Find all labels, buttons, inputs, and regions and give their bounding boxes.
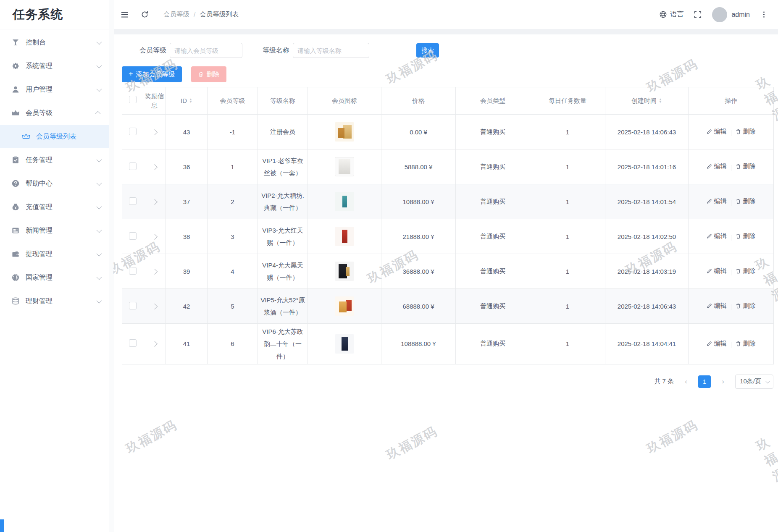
fullscreen-icon[interactable] bbox=[694, 10, 702, 19]
delete-button[interactable]: 删除 bbox=[736, 302, 756, 310]
sort-icons[interactable]: ▲▼ bbox=[189, 98, 192, 103]
cell-id: 42 bbox=[166, 289, 208, 324]
row-checkbox[interactable] bbox=[129, 339, 137, 347]
cell-level-name: VIP3-允大红天赐（一件） bbox=[258, 219, 308, 254]
prev-page-button[interactable]: ‹ bbox=[680, 375, 692, 388]
expand-row-icon[interactable] bbox=[151, 164, 157, 170]
cell-member-level: 4 bbox=[208, 254, 258, 289]
action-divider bbox=[731, 130, 731, 136]
product-image bbox=[335, 192, 354, 211]
cell-price: 68888.00 ¥ bbox=[381, 289, 456, 324]
edit-button[interactable]: 编辑 bbox=[707, 197, 727, 205]
column-reward-info: 奖励信息 bbox=[143, 87, 166, 115]
sidebar-item-label: 提现管理 bbox=[26, 250, 53, 259]
cell-daily-count: 1 bbox=[530, 219, 605, 254]
bulk-delete-button[interactable]: 删除 bbox=[191, 66, 226, 82]
sidebar-item-withdraw[interactable]: 提现管理 bbox=[0, 242, 109, 266]
globe-language-icon bbox=[659, 10, 667, 18]
column-id[interactable]: ID▲▼ bbox=[166, 87, 208, 115]
page-size-select[interactable]: 10条/页 bbox=[735, 375, 773, 389]
add-member-level-button[interactable]: + 添加会员等级 bbox=[122, 66, 182, 82]
delete-button[interactable]: 删除 bbox=[736, 232, 756, 240]
row-checkbox[interactable] bbox=[129, 267, 137, 275]
console-icon bbox=[11, 38, 20, 47]
row-checkbox[interactable] bbox=[129, 302, 137, 309]
level-name-input[interactable] bbox=[293, 43, 369, 58]
expand-row-icon[interactable] bbox=[151, 233, 157, 239]
table-row: 42 5 VIP5-允大52°原浆酒（一件） 68888.00 ¥ 普通购买 1… bbox=[122, 289, 774, 324]
expand-row-icon[interactable] bbox=[151, 129, 157, 135]
delete-button[interactable]: 删除 bbox=[736, 197, 756, 205]
chevron-down-icon bbox=[97, 157, 102, 162]
clipboard-icon bbox=[11, 156, 20, 164]
user-menu[interactable]: admin bbox=[712, 7, 750, 22]
level-name-filter-label: 等级名称 bbox=[263, 46, 289, 55]
sidebar-item-users[interactable]: 用户管理 bbox=[0, 78, 109, 101]
search-button[interactable]: 搜索 bbox=[416, 43, 439, 58]
chevron-down-icon bbox=[97, 298, 102, 303]
sidebar-item-news[interactable]: 新闻管理 bbox=[0, 219, 109, 242]
expand-row-icon[interactable] bbox=[151, 303, 157, 309]
sidebar-item-country[interactable]: 国家管理 bbox=[0, 266, 109, 289]
cell-created-time: 2025-02-18 14:01:54 bbox=[605, 184, 689, 219]
expand-row-icon[interactable] bbox=[151, 199, 157, 204]
language-switcher[interactable]: 语言 bbox=[659, 10, 683, 19]
app-title: 任务系统 bbox=[0, 0, 109, 29]
delete-button[interactable]: 删除 bbox=[736, 340, 756, 348]
table-body: 43 -1 注册会员 0.00 ¥ 普通购买 1 2025-02-18 14:0… bbox=[122, 115, 774, 364]
page-1-button[interactable]: 1 bbox=[698, 375, 711, 388]
sidebar-menu: 控制台 系统管理 用户管理 会员等级 会员等级列表 任务管理 bbox=[0, 29, 109, 313]
breadcrumb-member-level[interactable]: 会员等级 bbox=[163, 10, 189, 19]
edit-button[interactable]: 编辑 bbox=[707, 162, 727, 170]
cell-created-time: 2025-02-18 14:02:50 bbox=[605, 219, 689, 254]
sidebar-item-recharge[interactable]: 充值管理 bbox=[0, 195, 109, 219]
cell-member-level: 1 bbox=[208, 149, 258, 184]
row-checkbox[interactable] bbox=[129, 197, 137, 205]
gear-icon bbox=[11, 62, 20, 70]
select-all-checkbox[interactable] bbox=[129, 96, 137, 103]
row-checkbox[interactable] bbox=[129, 162, 137, 170]
edit-button[interactable]: 编辑 bbox=[707, 232, 727, 240]
hamburger-menu-icon[interactable] bbox=[120, 10, 129, 19]
trash-icon bbox=[736, 341, 741, 346]
next-page-button[interactable]: › bbox=[717, 375, 729, 388]
sidebar-item-finance[interactable]: 理财管理 bbox=[0, 289, 109, 313]
action-divider bbox=[731, 270, 731, 275]
cell-price: 108888.00 ¥ bbox=[381, 324, 456, 364]
edit-button[interactable]: 编辑 bbox=[707, 340, 727, 348]
edit-button[interactable]: 编辑 bbox=[707, 128, 727, 136]
pencil-icon bbox=[707, 303, 712, 309]
row-checkbox[interactable] bbox=[129, 232, 137, 240]
sidebar-scrollbar[interactable] bbox=[109, 0, 114, 532]
refresh-icon[interactable] bbox=[140, 10, 149, 19]
sort-icons[interactable]: ▲▼ bbox=[659, 98, 662, 103]
sidebar-item-member-level-list[interactable]: 会员等级列表 bbox=[0, 125, 109, 148]
edit-button[interactable]: 编辑 bbox=[707, 267, 727, 275]
sidebar-item-system[interactable]: 系统管理 bbox=[0, 54, 109, 78]
avatar bbox=[712, 7, 727, 22]
delete-button[interactable]: 删除 bbox=[736, 162, 756, 170]
filter-bar: 会员等级 等级名称 搜索 bbox=[139, 42, 773, 58]
username: admin bbox=[731, 11, 750, 18]
row-checkbox[interactable] bbox=[129, 128, 137, 135]
edit-button[interactable]: 编辑 bbox=[707, 302, 727, 310]
sidebar-item-tasks[interactable]: 任务管理 bbox=[0, 148, 109, 172]
cell-member-level: 3 bbox=[208, 219, 258, 254]
cell-created-time: 2025-02-18 14:06:43 bbox=[605, 115, 689, 149]
expand-row-icon[interactable] bbox=[151, 268, 157, 274]
cell-member-level: 2 bbox=[208, 184, 258, 219]
cell-id: 41 bbox=[166, 324, 208, 364]
breadcrumb-member-level-list[interactable]: 会员等级列表 bbox=[200, 10, 239, 19]
kebab-menu-icon[interactable] bbox=[760, 10, 768, 18]
sidebar-item-help[interactable]: 帮助中心 bbox=[0, 172, 109, 195]
delete-button[interactable]: 删除 bbox=[736, 267, 756, 275]
column-created-time[interactable]: 创建时间▲▼ bbox=[605, 87, 689, 115]
expand-row-icon[interactable] bbox=[151, 341, 157, 347]
delete-button[interactable]: 删除 bbox=[736, 128, 756, 136]
cell-level-name: VIP1-老爷车蚕丝被（一套） bbox=[258, 149, 308, 184]
cell-id: 38 bbox=[166, 219, 208, 254]
sidebar-item-console[interactable]: 控制台 bbox=[0, 31, 109, 54]
member-level-input[interactable] bbox=[170, 43, 242, 58]
sidebar-item-member-level[interactable]: 会员等级 bbox=[0, 101, 109, 125]
cell-created-time: 2025-02-18 14:03:19 bbox=[605, 254, 689, 289]
